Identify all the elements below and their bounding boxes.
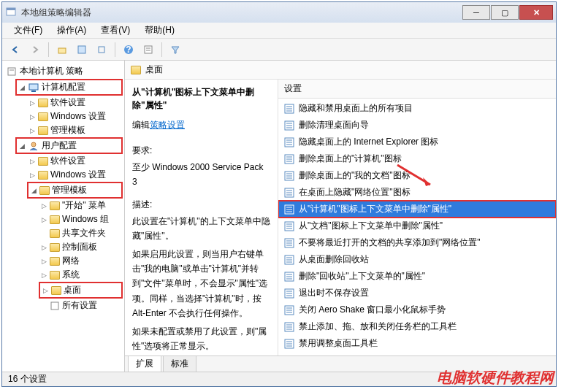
folder-icon xyxy=(50,201,60,210)
folder-icon xyxy=(38,171,48,180)
folder-icon xyxy=(50,229,60,238)
help-button[interactable]: ? xyxy=(120,41,137,58)
setting-title: 从"计算机"图标上下文菜单中删除"属性" xyxy=(132,85,270,112)
folder-icon xyxy=(51,286,61,295)
titlebar: 本地组策略编辑器 ─ ▢ ✕ xyxy=(2,2,556,23)
tree-root: 本地计算机 策略 xyxy=(4,64,123,79)
tree-item[interactable]: 所有设置 xyxy=(39,299,123,312)
watermark: 电脑软硬件教程网 xyxy=(437,368,554,388)
folder-icon xyxy=(50,257,60,266)
description-column: 从"计算机"图标上下文菜单中删除"属性" 编辑策略设置 要求: 至少 Windo… xyxy=(125,80,278,356)
list-row[interactable]: 删除桌面上的"计算机"图标 xyxy=(278,150,556,167)
list-row[interactable]: 隐藏和禁用桌面上的所有项目 xyxy=(278,100,556,117)
list-row[interactable]: 删除桌面上的"我的文档"图标 xyxy=(278,167,556,184)
menu-file[interactable]: 文件(F) xyxy=(7,23,50,38)
tree-computer-config[interactable]: ◢ 计算机配置 xyxy=(15,79,123,96)
tree-item[interactable]: ▷"开始" 菜单 xyxy=(39,199,123,212)
svg-rect-4 xyxy=(99,47,104,53)
list-row[interactable]: 从桌面删除回收站 xyxy=(278,251,556,268)
list-row[interactable]: 从"文档"图标上下文菜单中删除"属性" xyxy=(278,218,556,234)
tree-pane[interactable]: 本地计算机 策略 ◢ 计算机配置 ▷软件设置 ▷Windows 设置 ▷管理模板 xyxy=(2,61,125,372)
svg-rect-1 xyxy=(7,8,15,10)
column-header[interactable]: 设置 xyxy=(278,80,556,99)
content-title: 桌面 xyxy=(145,64,163,76)
forward-button[interactable] xyxy=(26,41,44,58)
svg-rect-10 xyxy=(8,68,15,75)
tree-item[interactable]: ▷Windows 组 xyxy=(39,212,123,226)
tree-root-label: 本地计算机 策略 xyxy=(20,65,83,77)
expander-icon: ◢ xyxy=(18,84,26,91)
folder-icon xyxy=(38,126,48,135)
properties-button[interactable] xyxy=(140,41,157,58)
back-button[interactable] xyxy=(7,41,24,58)
tree-user-config[interactable]: ◢ 用户配置 xyxy=(15,137,123,154)
menu-view[interactable]: 查看(V) xyxy=(94,23,137,38)
list-row[interactable]: 隐藏桌面上的 Internet Explorer 图标 xyxy=(278,134,556,150)
svg-rect-3 xyxy=(78,46,85,53)
folder-icon xyxy=(38,112,48,121)
tree-item[interactable]: ▷管理模板 xyxy=(27,123,123,137)
menu-action[interactable]: 操作(A) xyxy=(50,23,94,38)
svg-rect-12 xyxy=(29,84,38,90)
tree-item[interactable]: ▷软件设置 xyxy=(27,154,123,168)
list-row[interactable]: 删除清理桌面向导 xyxy=(278,117,556,134)
req-label: 要求: xyxy=(132,145,270,157)
list-row[interactable]: 关闭 Aero Shake 窗口最小化鼠标手势 xyxy=(278,301,556,318)
svg-text:?: ? xyxy=(126,45,131,55)
expander-icon: ◢ xyxy=(18,142,26,150)
policy-icon xyxy=(7,66,17,77)
menubar: 文件(F) 操作(A) 查看(V) 帮助(H) xyxy=(2,23,556,39)
svg-point-14 xyxy=(31,142,36,147)
menu-help[interactable]: 帮助(H) xyxy=(137,23,182,38)
tree-item[interactable]: ▷软件设置 xyxy=(27,96,123,109)
list-row[interactable]: 从"计算机"图标上下文菜单中删除"属性" xyxy=(278,201,556,218)
tree-desktop[interactable]: ▷桌面 xyxy=(39,282,123,299)
folder-icon xyxy=(50,215,60,224)
desc-label: 描述: xyxy=(132,199,270,211)
svg-rect-15 xyxy=(51,302,58,310)
settings-list: 设置 隐藏和禁用桌面上的所有项目删除清理桌面向导隐藏桌面上的 Internet … xyxy=(278,80,556,356)
export-button[interactable] xyxy=(93,41,110,58)
folder-icon xyxy=(50,271,60,280)
user-icon xyxy=(28,141,39,151)
tree-item[interactable]: ▷系统 xyxy=(39,268,123,282)
expander-icon: ◢ xyxy=(30,187,37,194)
list-row[interactable]: 退出时不保存设置 xyxy=(278,285,556,301)
svg-rect-13 xyxy=(31,91,36,92)
settings-icon xyxy=(50,301,60,311)
edit-policy-link[interactable]: 策略设置 xyxy=(150,119,185,131)
minimize-button[interactable]: ─ xyxy=(462,5,490,20)
tree-item[interactable]: 共享文件夹 xyxy=(39,226,123,240)
app-window: 本地组策略编辑器 ─ ▢ ✕ 文件(F) 操作(A) 查看(V) 帮助(H) ?… xyxy=(1,1,557,387)
tree-admin-templates[interactable]: ◢ 管理模板 xyxy=(27,182,123,199)
filter-button[interactable] xyxy=(167,41,184,58)
folder-icon xyxy=(131,66,141,74)
close-button[interactable]: ✕ xyxy=(519,5,553,20)
tab-extended[interactable]: 扩展 xyxy=(128,356,161,372)
folder-icon xyxy=(38,157,48,166)
list-row[interactable]: 在桌面上隐藏"网络位置"图标 xyxy=(278,184,556,201)
tree-item[interactable]: ▷Windows 设置 xyxy=(27,109,123,123)
content-header: 桌面 xyxy=(125,61,556,80)
tree-item[interactable]: ▷网络 xyxy=(39,254,123,268)
list-row[interactable]: 禁用调整桌面工具栏 xyxy=(278,335,556,352)
up-button[interactable] xyxy=(53,41,71,58)
list-row[interactable]: 不要将最近打开的文档的共享添加到"网络位置" xyxy=(278,234,556,251)
tab-standard[interactable]: 标准 xyxy=(163,356,196,372)
folder-icon xyxy=(39,186,50,195)
maximize-button[interactable]: ▢ xyxy=(491,5,519,20)
svg-rect-2 xyxy=(58,48,66,53)
tree-item[interactable]: ▷Windows 设置 xyxy=(27,168,123,182)
right-pane: 桌面 从"计算机"图标上下文菜单中删除"属性" 编辑策略设置 要求: 至少 Wi… xyxy=(125,61,556,372)
tree-item[interactable]: ▷控制面板 xyxy=(39,240,123,254)
list-row[interactable]: 禁止添加、拖、放和关闭任务栏的工具栏 xyxy=(278,318,556,335)
folder-icon xyxy=(50,243,60,252)
svg-rect-7 xyxy=(145,46,152,53)
list-row[interactable]: 删除"回收站"上下文菜单的"属性" xyxy=(278,268,556,285)
folder-icon xyxy=(38,99,48,107)
app-icon xyxy=(5,7,17,18)
window-title: 本地组策略编辑器 xyxy=(21,7,462,19)
computer-icon xyxy=(28,82,39,93)
req-text: 至少 Windows 2000 Service Pack 3 xyxy=(132,160,270,190)
show-hide-button[interactable] xyxy=(73,41,91,58)
